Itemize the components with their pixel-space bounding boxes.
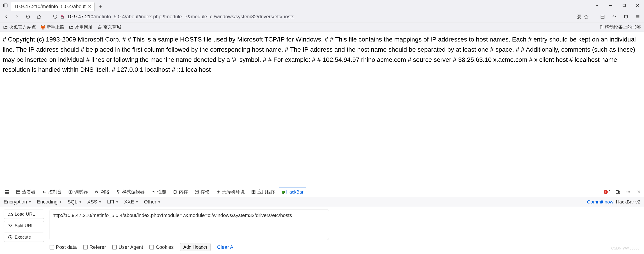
tabs-dropdown-icon[interactable] — [591, 1, 604, 10]
commit-link[interactable]: Commit now! — [587, 199, 615, 204]
svg-rect-14 — [601, 15, 604, 19]
hackbar-menu-encoding[interactable]: Encoding ▼ — [37, 199, 62, 205]
devtools-tab-strip: 查看器 控制台 调试器 网络 样式编辑器 性能 内存 存储 无障碍环境 应用程序… — [0, 187, 644, 197]
svg-rect-42 — [252, 192, 253, 193]
close-window-button[interactable] — [632, 1, 644, 10]
devtools-close-icon[interactable] — [635, 188, 642, 196]
execute-button[interactable]: Execute — [4, 232, 44, 242]
devtools-tab-network[interactable]: 网络 — [92, 187, 112, 197]
home-button[interactable] — [35, 13, 42, 20]
devtools-tab-console[interactable]: 控制台 — [39, 187, 64, 197]
hackbar-menu-xxe[interactable]: XXE ▼ — [124, 199, 138, 205]
firefox-icon: 🦊 — [40, 25, 45, 30]
hackbar-menu-other[interactable]: Other ▼ — [144, 199, 161, 205]
postdata-checkbox[interactable]: Post data — [50, 244, 77, 250]
svg-point-38 — [195, 190, 198, 191]
svg-rect-11 — [579, 17, 580, 18]
svg-point-48 — [629, 191, 630, 192]
svg-rect-3 — [623, 4, 626, 7]
svg-rect-22 — [600, 26, 602, 29]
hackbar-options-row: Post data Referer User Agent Cookies Add… — [50, 243, 329, 251]
devtools-tab-debugger[interactable]: 调试器 — [65, 187, 90, 197]
screenshot-icon[interactable] — [599, 13, 606, 20]
app-menu-icon[interactable] — [634, 13, 641, 20]
bookmarks-toolbar: 火狐官方站点 🦊新手上路 常用网址 京东商城 移动设备上的书签 — [0, 23, 644, 32]
devtools-dock-icon[interactable] — [2, 187, 12, 197]
devtools-tab-hackbar[interactable]: HackBar — [279, 187, 306, 197]
svg-point-39 — [218, 190, 219, 191]
bookmark-item[interactable]: 🦊新手上路 — [40, 24, 64, 30]
mobile-bookmarks[interactable]: 移动设备上的书签 — [599, 24, 641, 30]
bookmark-item[interactable]: 常用网址 — [69, 24, 93, 30]
svg-rect-8 — [577, 15, 578, 16]
devtools-tab-accessibility[interactable]: 无障碍环境 — [213, 187, 248, 197]
svg-rect-45 — [618, 191, 620, 193]
bookmark-star-icon[interactable] — [584, 14, 588, 19]
svg-point-46 — [627, 191, 627, 192]
hackbar-version-label: Commit now! HackBar v2 — [587, 199, 640, 205]
svg-rect-33 — [174, 191, 176, 193]
sidebar-toggle-icon[interactable] — [2, 2, 9, 9]
hackbar-menu-row: Encryption ▼ Encoding ▼ SQL ▼ XSS ▼ LFI … — [0, 197, 644, 207]
svg-marker-13 — [584, 15, 588, 19]
svg-rect-9 — [579, 15, 581, 16]
useragent-checkbox[interactable]: User Agent — [112, 244, 143, 250]
svg-marker-29 — [70, 191, 72, 193]
extensions-icon[interactable] — [622, 13, 630, 20]
svg-rect-17 — [624, 15, 628, 18]
svg-line-32 — [154, 191, 154, 191]
hackbar-menu-lfi[interactable]: LFI ▼ — [107, 199, 119, 205]
mobile-icon — [599, 25, 604, 30]
svg-rect-41 — [254, 190, 255, 191]
qr-icon[interactable] — [576, 14, 581, 19]
tab-title: 10.9.47.210/metinfo_5.0.4/about — [14, 4, 86, 10]
devtools-tab-memory[interactable]: 内存 — [170, 187, 191, 197]
devtools-right-controls: !1 — [604, 188, 642, 196]
devtools-responsive-icon[interactable] — [614, 188, 622, 196]
hackbar-menu-encryption[interactable]: Encryption ▼ — [4, 199, 32, 205]
maximize-button[interactable] — [618, 1, 630, 10]
minimize-button[interactable] — [604, 1, 617, 10]
add-header-button[interactable]: Add Header — [180, 243, 211, 251]
svg-point-51 — [9, 224, 10, 225]
url-text: 10.9.47.210/metinfo_5.0.4/about/index.ph… — [67, 14, 574, 20]
cookies-checkbox[interactable]: Cookies — [150, 244, 174, 250]
shield-icon[interactable] — [53, 14, 58, 19]
load-url-button[interactable]: Load URL — [4, 209, 44, 219]
devtools-more-icon[interactable] — [624, 188, 632, 196]
clear-all-link[interactable]: Clear All — [217, 244, 236, 250]
split-url-button[interactable]: Split URL — [4, 221, 44, 230]
error-count-badge[interactable]: !1 — [604, 189, 611, 194]
hackbar-button-column: Load URL Split URL Execute — [4, 209, 44, 242]
bookmark-item[interactable]: 火狐官方站点 — [3, 24, 36, 30]
hackbar-menu-sql[interactable]: SQL ▼ — [67, 199, 82, 205]
devtools-tab-performance[interactable]: 性能 — [148, 187, 169, 197]
close-icon[interactable]: ✕ — [88, 4, 91, 9]
back-button[interactable] — [3, 13, 10, 20]
devtools-tab-inspector[interactable]: 查看器 — [13, 187, 38, 197]
svg-rect-44 — [616, 190, 618, 193]
hackbar-menu-xss[interactable]: XSS ▼ — [87, 199, 102, 205]
svg-marker-54 — [10, 236, 11, 238]
devtools-tab-storage[interactable]: 存储 — [192, 187, 212, 197]
browser-tab[interactable]: 10.9.47.210/metinfo_5.0.4/about ✕ — [11, 2, 95, 11]
svg-rect-40 — [252, 190, 253, 191]
browser-chrome: 10.9.47.210/metinfo_5.0.4/about ✕ + 10.9… — [0, 0, 644, 32]
new-tab-button[interactable]: + — [96, 3, 104, 10]
forward-button[interactable] — [14, 13, 21, 20]
error-dot-icon: ! — [604, 190, 608, 194]
hackbar-url-textarea[interactable] — [50, 209, 329, 240]
reload-button[interactable] — [24, 13, 32, 20]
devtools-tab-style[interactable]: 样式编辑器 — [113, 187, 147, 197]
insecure-lock-icon[interactable] — [60, 14, 65, 19]
undo-icon[interactable] — [611, 13, 618, 20]
address-bar[interactable]: 10.9.47.210/metinfo_5.0.4/about/index.ph… — [50, 12, 591, 21]
devtools-tab-application[interactable]: 应用程序 — [248, 187, 278, 197]
watermark-text: CSDN @wj33333 — [611, 246, 640, 250]
bookmark-item[interactable]: 京东商城 — [97, 24, 121, 30]
tab-strip: 10.9.47.210/metinfo_5.0.4/about ✕ + — [0, 0, 644, 11]
svg-rect-0 — [4, 4, 8, 7]
window-controls — [591, 1, 644, 10]
referer-checkbox[interactable]: Referer — [83, 244, 106, 250]
hackbar-dot-icon — [282, 191, 285, 194]
